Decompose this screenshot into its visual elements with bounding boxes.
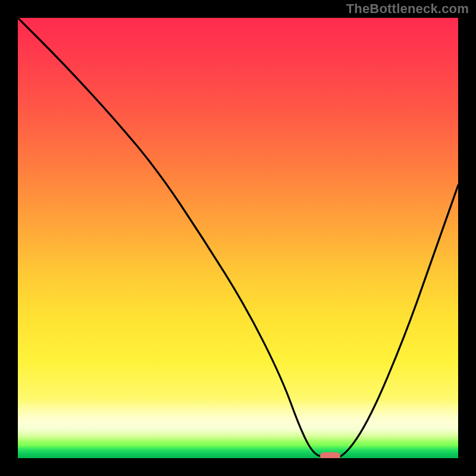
curve-path xyxy=(18,18,458,458)
plot-area xyxy=(18,18,458,458)
bottleneck-curve xyxy=(18,18,458,458)
watermark-text: TheBottleneck.com xyxy=(346,1,469,17)
optimum-marker xyxy=(320,452,340,458)
chart-frame: TheBottleneck.com xyxy=(0,0,476,476)
